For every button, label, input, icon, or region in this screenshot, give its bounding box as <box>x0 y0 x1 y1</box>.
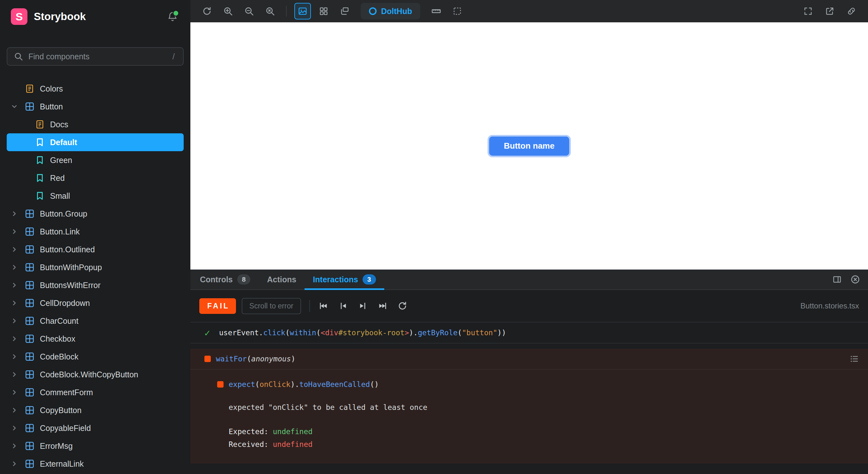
chevron-right-icon[interactable] <box>11 300 24 306</box>
sidebar-item-button-outlined[interactable]: Button.Outlined <box>7 240 184 258</box>
remount-icon[interactable] <box>199 3 215 20</box>
chevron-right-icon[interactable] <box>11 407 24 413</box>
scroll-to-error-button[interactable]: Scroll to error <box>242 298 301 314</box>
sidebar-item-copyablefield[interactable]: CopyableField <box>7 419 184 437</box>
sidebar-item-copybutton[interactable]: CopyButton <box>7 401 184 419</box>
sidebar-item-label: Small <box>50 191 70 201</box>
chevron-right-icon[interactable] <box>11 210 24 217</box>
notification-dot <box>173 10 179 17</box>
check-icon: ✓ <box>205 327 216 338</box>
sidebar-item-small[interactable]: Small <box>7 187 184 205</box>
viewport-tool-icon[interactable] <box>336 3 353 20</box>
component-icon <box>24 279 35 291</box>
playback-controls <box>318 301 407 311</box>
measure-tool-icon[interactable] <box>428 3 444 20</box>
interaction-group-failed: waitFor(anonymous) expect(onClick).toHav… <box>190 349 868 464</box>
search-input[interactable] <box>28 52 170 62</box>
sidebar-item-button-group[interactable]: Button.Group <box>7 205 184 223</box>
open-external-icon[interactable] <box>822 3 838 20</box>
step-back-icon[interactable] <box>338 301 348 311</box>
sidebar-item-buttonswitherror[interactable]: ButtonsWithError <box>7 276 184 294</box>
interaction-code: userEvent.click(within(<div#storybook-ro… <box>219 329 506 337</box>
sidebar-item-red[interactable]: Red <box>7 169 184 187</box>
sidebar-item-button-link[interactable]: Button.Link <box>7 223 184 240</box>
sidebar-item-charcount[interactable]: CharCount <box>7 312 184 330</box>
tab-interactions[interactable]: Interactions 3 <box>305 270 384 289</box>
sidebar-item-buttonwithpopup[interactable]: ButtonWithPopup <box>7 258 184 276</box>
close-panel-icon[interactable] <box>850 274 860 285</box>
rerun-icon[interactable] <box>397 301 407 311</box>
chevron-right-icon[interactable] <box>11 335 24 342</box>
stage: DoltHub Button name <box>190 0 868 474</box>
chevron-right-icon[interactable] <box>11 389 24 395</box>
tab-label: Actions <box>267 275 296 284</box>
interaction-step-expect[interactable]: expect(onClick).toHaveBeenCalled() <box>190 376 868 393</box>
interactions-toolbar: FAIL Scroll to error <box>190 290 868 323</box>
sidebar-item-codeblock[interactable]: CodeBlock <box>7 348 184 365</box>
zoom-reset-icon[interactable] <box>262 3 278 20</box>
list-icon[interactable] <box>849 354 859 364</box>
zoom-out-icon[interactable] <box>241 3 257 20</box>
document-icon <box>34 119 45 130</box>
go-to-start-icon[interactable] <box>318 301 329 311</box>
notifications-icon[interactable] <box>165 9 180 24</box>
sidebar-item-colors[interactable]: Colors <box>7 80 184 98</box>
sidebar-item-default[interactable]: Default <box>7 133 184 151</box>
sidebar-item-celldropdown[interactable]: CellDropdown <box>7 294 184 312</box>
sidebar-item-label: CommentForm <box>40 388 93 397</box>
sidebar-item-label: CellDropdown <box>40 299 90 308</box>
sidebar-item-externallink[interactable]: ExternalLink <box>7 455 184 473</box>
sidebar-item-label: CodeBlock <box>40 352 79 361</box>
fullscreen-icon[interactable] <box>800 3 816 20</box>
chevron-right-icon[interactable] <box>11 282 24 288</box>
zoom-in-icon[interactable] <box>220 3 236 20</box>
sidebar-item-docs[interactable]: Docs <box>7 116 184 133</box>
sidebar-item-label: CopyableField <box>40 424 91 433</box>
panel-tabbar: Controls 8 Actions Interactions 3 <box>190 270 868 290</box>
bookmark-icon <box>34 154 45 166</box>
sidebar-item-errormsg[interactable]: ErrorMsg <box>7 437 184 455</box>
bookmark-icon <box>34 172 45 184</box>
go-to-end-icon[interactable] <box>377 301 388 311</box>
sidebar-item-checkbox[interactable]: Checkbox <box>7 330 184 348</box>
grid-tool-icon[interactable] <box>315 3 332 20</box>
toolbar-divider <box>309 300 310 312</box>
chevron-right-icon[interactable] <box>11 246 24 253</box>
component-icon <box>24 244 35 255</box>
sidebar-item-green[interactable]: Green <box>7 151 184 169</box>
chevron-right-icon[interactable] <box>11 443 24 449</box>
chevron-right-icon[interactable] <box>11 425 24 431</box>
sidebar-item-codeblock-withcopybutton[interactable]: CodeBlock.WithCopyButton <box>7 365 184 383</box>
step-forward-icon[interactable] <box>358 301 368 311</box>
story-button[interactable]: Button name <box>489 137 569 156</box>
chevron-right-icon[interactable] <box>11 371 24 378</box>
sidebar-item-commentform[interactable]: CommentForm <box>7 383 184 401</box>
sidebar-item-label: Red <box>50 174 65 183</box>
tab-controls[interactable]: Controls 8 <box>192 270 259 289</box>
chevron-right-icon[interactable] <box>11 353 24 360</box>
chevron-right-icon[interactable] <box>11 461 24 467</box>
chevron-right-icon[interactable] <box>11 228 24 235</box>
sidebar-item-label: Colors <box>40 84 63 93</box>
background-tool-icon[interactable] <box>294 3 311 20</box>
received-line: Received: undefined <box>229 438 868 451</box>
interaction-step-waitfor[interactable]: waitFor(anonymous) <box>190 349 868 370</box>
chevron-right-icon[interactable] <box>11 264 24 270</box>
sidebar-item-label: Docs <box>50 120 68 129</box>
panel-position-icon[interactable] <box>832 275 842 284</box>
tab-actions[interactable]: Actions <box>259 270 305 289</box>
component-icon <box>24 369 35 380</box>
copy-link-icon[interactable] <box>843 3 860 20</box>
component-icon <box>24 422 35 434</box>
sidebar-item-button[interactable]: Button <box>7 98 184 116</box>
interaction-step-passed[interactable]: ✓ userEvent.click(within(<div#storybook-… <box>190 323 868 344</box>
search-box[interactable]: / <box>7 47 184 66</box>
sidebar-item-label: ButtonsWithError <box>40 281 100 290</box>
sidebar-item-label: ExternalLink <box>40 459 84 469</box>
chevron-right-icon[interactable] <box>11 318 24 324</box>
theme-switcher-button[interactable]: DoltHub <box>361 3 420 20</box>
storybook-logo[interactable]: S <box>11 8 27 25</box>
bookmark-icon <box>34 190 45 202</box>
outline-tool-icon[interactable] <box>449 3 466 20</box>
chevron-down-icon[interactable] <box>11 103 24 110</box>
